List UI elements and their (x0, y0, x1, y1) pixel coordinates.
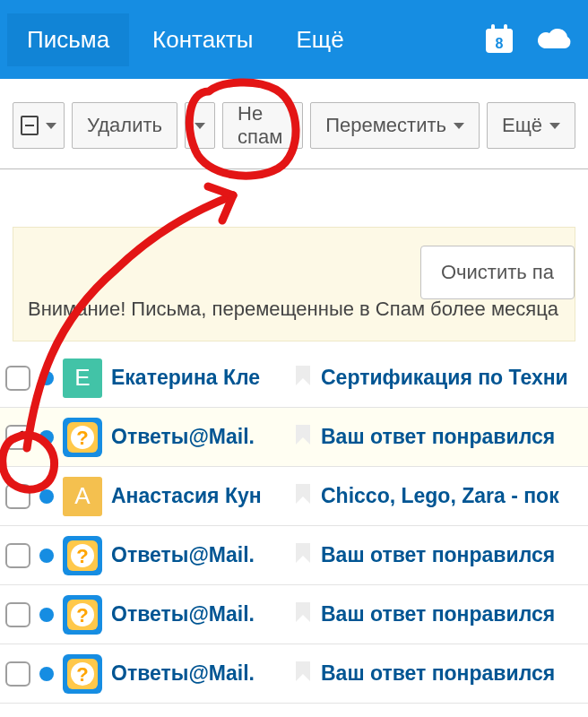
not-spam-button[interactable]: Не спам (222, 102, 303, 149)
sender: Анастасия Кун (111, 484, 287, 508)
bookmark-icon[interactable] (296, 425, 312, 450)
bookmark-icon[interactable] (296, 661, 312, 687)
subject: Ваш ответ понравился (321, 543, 581, 567)
chevron-down-icon (195, 123, 205, 129)
svg-rect-1 (486, 29, 513, 36)
unread-dot (39, 608, 54, 622)
row-checkbox[interactable] (5, 425, 30, 450)
delete-dropdown[interactable] (185, 102, 215, 149)
bookmark-icon[interactable] (296, 484, 312, 509)
more-label: Ещё (502, 114, 542, 137)
subject: Chicco, Lego, Zara - пок (321, 484, 581, 508)
row-checkbox[interactable] (5, 602, 30, 627)
delete-button[interactable]: Удалить (72, 102, 177, 149)
avatar: ? (63, 654, 102, 694)
unread-dot (39, 667, 54, 681)
unread-dot (39, 430, 54, 445)
bookmark-icon[interactable] (296, 543, 312, 568)
row-checkbox[interactable] (5, 661, 30, 687)
delete-label: Удалить (87, 114, 162, 137)
spam-notice: Очистить па Внимание! Письма, перемещенн… (13, 227, 575, 341)
minus-square-icon (21, 116, 39, 135)
mail-row[interactable]: ААнастасия КунChicco, Lego, Zara - пок (0, 467, 588, 526)
chevron-down-icon (46, 123, 56, 129)
mail-row[interactable]: ?Ответы@Mail.Ваш ответ понравился (0, 644, 588, 704)
unread-dot (39, 371, 54, 385)
svg-rect-3 (504, 24, 507, 32)
unread-dot (39, 549, 54, 563)
row-checkbox[interactable] (5, 543, 30, 568)
move-label: Переместить (325, 114, 446, 137)
subject: Ваш ответ понравился (321, 425, 581, 449)
row-checkbox[interactable] (5, 366, 30, 391)
top-nav: Письма Контакты Ещё 8 (0, 0, 588, 79)
sender: Ответы@Mail. (111, 543, 287, 567)
avatar: Е (63, 358, 102, 398)
bookmark-icon[interactable] (296, 366, 312, 391)
avatar: ? (63, 418, 102, 457)
row-checkbox[interactable] (5, 484, 30, 509)
subject: Ваш ответ понравился (321, 602, 581, 626)
mail-row[interactable]: ?Ответы@Mail.Ваш ответ понравился (0, 526, 588, 585)
calendar-icon[interactable]: 8 (473, 13, 525, 65)
svg-text:?: ? (76, 427, 88, 449)
nav-contacts[interactable]: Контакты (133, 13, 272, 66)
select-all-dropdown[interactable] (13, 102, 65, 149)
cloud-icon[interactable] (529, 13, 581, 65)
mail-list: ЕЕкатерина КлеСертификация по Техни?Отве… (0, 349, 588, 704)
mail-row[interactable]: ?Ответы@Mail.Ваш ответ понравился (0, 585, 588, 644)
sender: Екатерина Кле (111, 366, 287, 390)
svg-text:?: ? (76, 604, 88, 626)
bookmark-icon[interactable] (296, 602, 312, 627)
move-button[interactable]: Переместить (310, 102, 480, 149)
not-spam-label: Не спам (238, 102, 288, 149)
subject: Ваш ответ понравился (321, 661, 581, 686)
more-button[interactable]: Ещё (487, 102, 575, 149)
avatar: А (63, 477, 102, 516)
chevron-down-icon (549, 123, 560, 129)
svg-text:?: ? (76, 545, 88, 567)
sender: Ответы@Mail. (111, 425, 287, 449)
sender: Ответы@Mail. (111, 661, 287, 686)
unread-dot (39, 489, 54, 504)
clear-folder-button[interactable]: Очистить па (420, 246, 575, 299)
calendar-day: 8 (496, 36, 504, 51)
toolbar: Удалить Не спам Переместить Ещё (0, 79, 588, 169)
avatar: ? (63, 536, 102, 575)
svg-rect-2 (491, 24, 495, 32)
chevron-down-icon (454, 123, 464, 129)
mail-row[interactable]: ЕЕкатерина КлеСертификация по Техни (0, 349, 588, 408)
sender: Ответы@Mail. (111, 602, 287, 626)
svg-text:?: ? (76, 663, 88, 686)
avatar: ? (63, 595, 102, 635)
mail-row[interactable]: ?Ответы@Mail.Ваш ответ понравился (0, 408, 588, 467)
nav-mail[interactable]: Письма (7, 13, 129, 66)
subject: Сертификация по Техни (321, 366, 581, 390)
notice-text: Внимание! Письма, перемещенные в Спам бо… (28, 298, 575, 321)
nav-more[interactable]: Ещё (276, 13, 363, 66)
